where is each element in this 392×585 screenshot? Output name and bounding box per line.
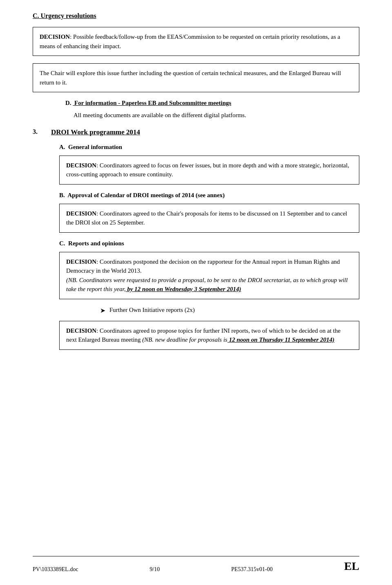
subsection-a-title: General information xyxy=(67,144,122,150)
footer: PV\1033389EL.doc 9/10 PE537.315v01-00 EL xyxy=(33,556,359,573)
decision-box-c: DECISION: Coordinators postponed the dec… xyxy=(59,252,359,299)
decision-box-c2: DECISION: Coordinators agreed to propose… xyxy=(59,321,359,350)
subsection-c-title-row: C. Reports and opinions xyxy=(59,240,359,247)
subsection-b-letter: B. xyxy=(59,192,65,198)
page: C. Urgency resolutions DECISION: Possibl… xyxy=(0,0,392,585)
decision-c2-bold-italic2: 12 noon on Thursday 11 September 2014) xyxy=(227,336,334,343)
section-d-body: All meeting documents are available on t… xyxy=(74,111,359,120)
decision-c-bold-italic: by 12 noon on Wednesday 3 September 2014… xyxy=(126,286,241,292)
bullet-further-own: ➤ Further Own Initiative reports (2x) xyxy=(100,307,359,314)
subsection-b-title: Approval of Calendar of DROI meetings of… xyxy=(67,192,225,198)
bullet-arrow-icon: ➤ xyxy=(100,307,105,314)
decision-box-a: DECISION: Coordinators agreed to focus o… xyxy=(59,156,359,185)
subsection-a-letter: A. xyxy=(59,144,65,150)
decision-box-1: DECISION: Possible feedback/follow-up fr… xyxy=(33,27,359,56)
section-d-letter: D. xyxy=(65,100,71,106)
footer-page: 9/10 xyxy=(149,566,160,573)
subsection-b-title-row: B. Approval of Calendar of DROI meetings… xyxy=(59,192,359,199)
footer-ref: PE537.315v01-00 xyxy=(231,566,273,573)
subsection-b: B. Approval of Calendar of DROI meetings… xyxy=(59,192,359,233)
section-d: D. For information - Paperless EB and Su… xyxy=(65,100,359,120)
section-3-title: DROI Work programme 2014 xyxy=(51,128,140,136)
decision-text-a: : Coordinators agreed to focus on fewer … xyxy=(66,162,349,178)
chair-note-box: The Chair will explore this issue furthe… xyxy=(33,63,359,92)
decision-box-b: DECISION: Coordinators agreed to the Cha… xyxy=(59,204,359,233)
subsection-c: C. Reports and opinions DECISION: Coordi… xyxy=(59,240,359,350)
chair-note-text: The Chair will explore this issue furthe… xyxy=(40,70,341,86)
section-c-urgency: C. Urgency resolutions DECISION: Possibl… xyxy=(33,12,359,92)
subsection-c-letter: C. xyxy=(59,240,65,247)
decision-c2-italic-nb2: (NB. new deadline for proposals is xyxy=(141,336,227,343)
section-d-title: For information - Paperless EB and Subco… xyxy=(73,100,231,106)
section-c-heading: C. Urgency resolutions xyxy=(33,12,359,20)
decision-label-c2: DECISION xyxy=(66,327,96,334)
decision-text-1: : Possible feedback/follow-up from the E… xyxy=(40,33,340,49)
bullet-further-own-text: Further Own Initiative reports (2x) xyxy=(109,307,195,314)
decision-label-1: DECISION xyxy=(40,33,70,40)
section-3-heading-row: 3. DROI Work programme 2014 A. General i… xyxy=(33,128,359,357)
decision-label-a: DECISION xyxy=(66,162,96,169)
section-3-body: DROI Work programme 2014 A. General info… xyxy=(51,128,359,357)
footer-doc-ref: PV\1033389EL.doc xyxy=(33,566,78,573)
section-3: 3. DROI Work programme 2014 A. General i… xyxy=(33,128,359,357)
subsection-a-title-row: A. General information xyxy=(59,144,359,151)
subsection-a: A. General information DECISION: Coordin… xyxy=(59,144,359,185)
decision-text-b: : Coordinators agreed to the Chair's pro… xyxy=(66,210,347,226)
footer-el: EL xyxy=(344,560,359,573)
decision-text-c: : Coordinators postponed the decision on… xyxy=(66,258,340,274)
section-3-number: 3. xyxy=(33,128,51,136)
decision-label-c: DECISION xyxy=(66,258,96,265)
subsection-c-title: Reports and opinions xyxy=(67,240,124,247)
decision-label-b: DECISION xyxy=(66,210,96,217)
section-d-title-row: D. For information - Paperless EB and Su… xyxy=(65,100,359,107)
